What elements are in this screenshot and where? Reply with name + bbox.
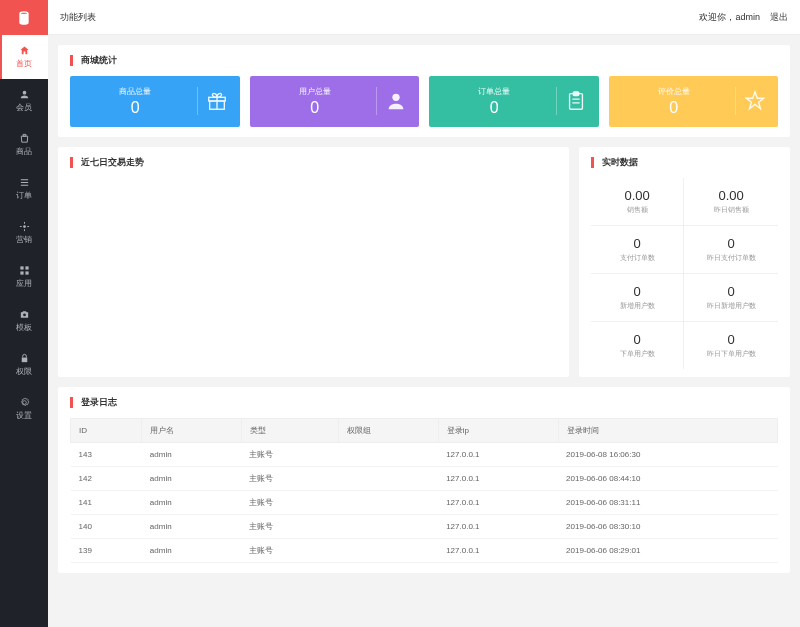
nav-member[interactable]: 会员	[0, 79, 48, 123]
table-row[interactable]: 141admin主账号127.0.0.12019-06-06 08:31:11	[71, 490, 778, 514]
nav-marketing[interactable]: 营销	[0, 211, 48, 255]
book-icon	[16, 10, 32, 26]
table-cell: 2019-06-08 16:06:30	[558, 442, 777, 466]
nav-home[interactable]: 首页	[0, 35, 48, 79]
svg-rect-4	[25, 271, 28, 274]
sidebar: 首页 会员 商品 订单 营销 应用	[0, 0, 48, 627]
lock-icon	[19, 353, 30, 364]
table-header: ID	[71, 418, 142, 442]
stat-card-orders[interactable]: 订单总量 0	[429, 76, 599, 127]
table-cell: admin	[142, 490, 242, 514]
stats-title: 商城统计	[70, 55, 778, 66]
table-cell: 127.0.0.1	[438, 442, 558, 466]
table-cell: 主账号	[241, 514, 338, 538]
svg-point-0	[23, 225, 26, 228]
table-cell	[339, 490, 439, 514]
header: 功能列表 欢迎你，admin 退出	[48, 0, 800, 35]
table-cell: 127.0.0.1	[438, 466, 558, 490]
chart-panel: 近七日交易走势	[58, 147, 569, 377]
logo[interactable]	[0, 0, 48, 35]
user-icon	[19, 89, 30, 100]
table-header: 用户名	[142, 418, 242, 442]
realtime-cell: 0.00销售额	[591, 178, 685, 226]
table-row[interactable]: 140admin主账号127.0.0.12019-06-06 08:30:10	[71, 514, 778, 538]
nav-settings[interactable]: 设置	[0, 387, 48, 431]
nav-label: 应用	[16, 278, 32, 289]
nav-label: 会员	[16, 102, 32, 113]
table-row[interactable]: 139admin主账号127.0.0.12019-06-06 08:29:01	[71, 538, 778, 562]
table-cell: 2019-06-06 08:44:10	[558, 466, 777, 490]
svg-rect-3	[20, 271, 23, 274]
log-panel: 登录日志 ID用户名类型权限组登录ip登录时间 143admin主账号127.0…	[58, 387, 790, 573]
table-header: 登录时间	[558, 418, 777, 442]
nav-permission[interactable]: 权限	[0, 343, 48, 387]
rt-value: 0	[688, 236, 774, 251]
table-cell: 142	[71, 466, 142, 490]
stat-card-users[interactable]: 用户总量 0	[250, 76, 420, 127]
log-title: 登录日志	[70, 397, 778, 408]
nav-label: 商品	[16, 146, 32, 157]
table-cell: 127.0.0.1	[438, 490, 558, 514]
nav-label: 订单	[16, 190, 32, 201]
stat-value: 0	[262, 99, 369, 117]
svg-rect-11	[573, 92, 579, 96]
nav-label: 营销	[16, 234, 32, 245]
chart-title: 近七日交易走势	[70, 157, 557, 168]
logout-link[interactable]: 退出	[770, 11, 788, 24]
nav: 首页 会员 商品 订单 营销 应用	[0, 35, 48, 627]
table-cell: 主账号	[241, 538, 338, 562]
realtime-cell: 0支付订单数	[591, 226, 685, 274]
stats-panel: 商城统计 商品总量 0 用户总量 0	[58, 45, 790, 137]
table-cell	[339, 442, 439, 466]
nav-template[interactable]: 模板	[0, 299, 48, 343]
grid-icon	[19, 265, 30, 276]
table-cell: 主账号	[241, 442, 338, 466]
nav-app[interactable]: 应用	[0, 255, 48, 299]
main: 功能列表 欢迎你，admin 退出 商城统计 商品总量 0	[48, 0, 800, 627]
realtime-cell: 0新增用户数	[591, 274, 685, 322]
welcome-text[interactable]: 欢迎你，admin	[699, 11, 760, 24]
stat-value: 0	[441, 99, 548, 117]
list-icon	[19, 177, 30, 188]
rt-value: 0	[595, 236, 680, 251]
table-cell: 127.0.0.1	[438, 538, 558, 562]
rt-value: 0	[688, 332, 774, 347]
gift-icon	[206, 90, 228, 112]
rt-value: 0	[688, 284, 774, 299]
table-cell	[339, 466, 439, 490]
stat-label: 商品总量	[82, 86, 189, 97]
realtime-panel: 实时数据 0.00销售额0.00昨日销售额0支付订单数0昨日支付订单数0新增用户…	[579, 147, 790, 377]
home-icon	[19, 45, 30, 56]
rt-value: 0	[595, 284, 680, 299]
realtime-cell: 0昨日支付订单数	[684, 226, 778, 274]
table-cell: 141	[71, 490, 142, 514]
rt-value: 0	[595, 332, 680, 347]
stat-label: 用户总量	[262, 86, 369, 97]
stat-card-products[interactable]: 商品总量 0	[70, 76, 240, 127]
nav-product[interactable]: 商品	[0, 123, 48, 167]
rt-value: 0.00	[595, 188, 680, 203]
table-cell: 2019-06-06 08:31:11	[558, 490, 777, 514]
clipboard-icon	[565, 90, 587, 112]
stat-card-reviews[interactable]: 评价总量 0	[609, 76, 779, 127]
user-icon	[385, 90, 407, 112]
table-row[interactable]: 143admin主账号127.0.0.12019-06-08 16:06:30	[71, 442, 778, 466]
stat-value: 0	[621, 99, 728, 117]
bag-icon	[19, 133, 30, 144]
table-header: 类型	[241, 418, 338, 442]
rt-label: 昨日销售额	[688, 205, 774, 215]
breadcrumb: 功能列表	[60, 11, 96, 24]
table-cell: 2019-06-06 08:30:10	[558, 514, 777, 538]
rt-label: 新增用户数	[595, 301, 680, 311]
nav-order[interactable]: 订单	[0, 167, 48, 211]
realtime-cell: 0昨日新增用户数	[684, 274, 778, 322]
content: 商城统计 商品总量 0 用户总量 0	[48, 35, 800, 627]
camera-icon	[19, 309, 30, 320]
nav-label: 设置	[16, 410, 32, 421]
table-cell: admin	[142, 538, 242, 562]
svg-point-9	[392, 94, 399, 101]
table-row[interactable]: 142admin主账号127.0.0.12019-06-06 08:44:10	[71, 466, 778, 490]
table-cell: 127.0.0.1	[438, 514, 558, 538]
svg-rect-2	[25, 266, 28, 269]
svg-point-5	[23, 314, 26, 317]
